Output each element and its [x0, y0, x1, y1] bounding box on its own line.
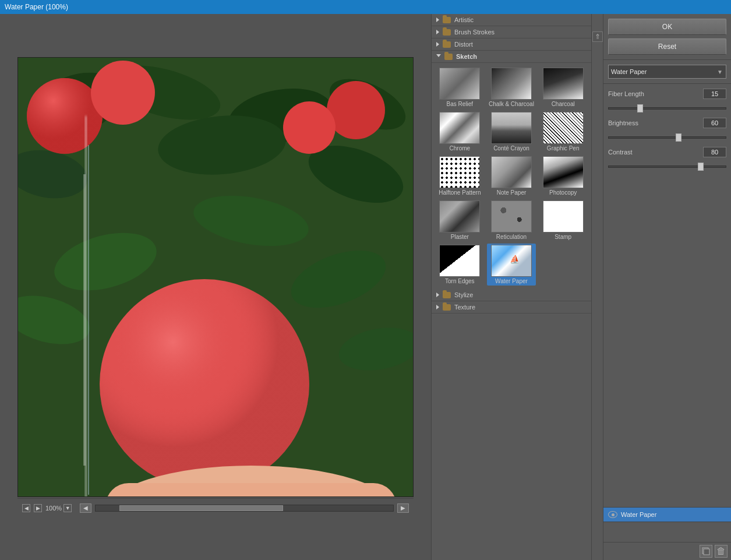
category-brushstrokes[interactable]: Brush Strokes — [432, 26, 591, 38]
new-effect-button[interactable] — [700, 545, 712, 558]
label-torn-edges: Torn Edges — [445, 278, 475, 284]
category-artistic[interactable]: Artistic — [432, 14, 591, 26]
visibility-eye-icon[interactable] — [608, 511, 617, 518]
category-sketch[interactable]: Sketch — [432, 51, 591, 63]
filter-water-paper[interactable]: Water Paper — [487, 244, 536, 286]
horizontal-scrollbar[interactable] — [95, 505, 394, 512]
fiber-length-label: Fiber Length — [608, 90, 644, 97]
label-note-paper: Note Paper — [497, 189, 527, 196]
filter-plaster[interactable]: Plaster — [435, 199, 485, 241]
button-area: OK Reset — [603, 14, 731, 60]
filter-graphic-pen[interactable]: Graphic Pen — [538, 111, 588, 153]
label-photocopy: Photocopy — [549, 189, 577, 196]
category-distort-label: Distort — [454, 41, 473, 48]
fiber-length-header: Fiber Length — [608, 89, 726, 99]
contrast-row: Contrast — [608, 147, 726, 169]
svg-point-11 — [327, 81, 385, 139]
label-conte-crayon: Conté Crayon — [493, 145, 529, 152]
filter-panel: Artistic Brush Strokes Distort Sketch Ba… — [431, 14, 591, 560]
brightness-label: Brightness — [608, 119, 638, 126]
fiber-length-row: Fiber Length — [608, 89, 726, 111]
effect-dropdown[interactable]: Water Paper Bas Relief Chalk & Charcoal … — [608, 65, 726, 79]
category-sketch-label: Sketch — [456, 53, 477, 60]
fiber-length-value[interactable] — [703, 89, 726, 99]
category-texture-label: Texture — [454, 304, 475, 311]
category-stylize-label: Stylize — [454, 291, 473, 298]
label-charcoal: Charcoal — [552, 101, 575, 107]
label-chalk-charcoal: Chalk & Charcoal — [489, 101, 534, 107]
category-distort[interactable]: Distort — [432, 38, 591, 51]
label-reticulation: Reticulation — [496, 234, 527, 240]
label-chrome: Chrome — [450, 145, 471, 152]
reset-button[interactable]: Reset — [608, 38, 726, 55]
contrast-value[interactable] — [703, 147, 726, 157]
delete-effect-button[interactable]: 🗑 — [715, 545, 728, 558]
expand-panel-button[interactable]: ⇑ — [592, 31, 603, 42]
filter-halftone-pattern[interactable]: Halftone Pattern — [435, 155, 485, 197]
scroll-right-arrow[interactable]: ▶ — [397, 503, 409, 513]
category-brushstrokes-label: Brush Strokes — [454, 29, 495, 36]
fiber-length-slider[interactable] — [608, 107, 726, 110]
triangle-stylize — [436, 293, 439, 297]
thumb-torn-edges — [439, 245, 480, 277]
thumb-graphic-pen — [543, 112, 584, 144]
filter-thumbnails-grid: Bas Relief Chalk & Charcoal Charcoal Chr… — [432, 63, 591, 289]
filter-chrome[interactable]: Chrome — [435, 111, 485, 153]
brightness-row: Brightness — [608, 118, 726, 140]
triangle-sketch — [436, 54, 441, 59]
filter-torn-edges[interactable]: Torn Edges — [435, 244, 485, 286]
scroll-left-arrow[interactable]: ◀ — [80, 503, 91, 513]
folder-artistic — [443, 17, 451, 23]
ok-button[interactable]: OK — [608, 19, 726, 35]
thumb-stamp — [543, 200, 584, 233]
filter-bas-relief[interactable]: Bas Relief — [435, 66, 485, 108]
fiber-length-track-container — [608, 104, 726, 111]
svg-rect-16 — [105, 483, 397, 496]
svg-rect-23 — [88, 145, 89, 495]
filter-note-paper[interactable]: Note Paper — [487, 155, 536, 197]
label-stamp: Stamp — [555, 234, 571, 240]
label-plaster: Plaster — [451, 234, 469, 240]
page-nav-left: ◀ — [22, 504, 30, 512]
triangle-distort — [436, 42, 439, 47]
brightness-slider[interactable] — [608, 136, 726, 139]
triangle-brushstrokes — [436, 30, 439, 34]
filter-conte-crayon[interactable]: Conté Crayon — [487, 111, 536, 153]
settings-panel: OK Reset Water Paper Bas Relief Chalk & … — [603, 14, 731, 560]
folder-sketch — [444, 54, 453, 60]
thumb-chrome — [439, 112, 480, 144]
svg-point-14 — [100, 279, 309, 489]
folder-texture — [443, 304, 451, 311]
triangle-texture — [436, 305, 439, 309]
filter-stamp[interactable]: Stamp — [538, 199, 588, 241]
thumb-reticulation — [491, 200, 532, 233]
filter-reticulation[interactable]: Reticulation — [487, 199, 536, 241]
thumb-plaster — [439, 200, 480, 233]
folder-brushstrokes — [443, 29, 451, 36]
filter-chalk-charcoal[interactable]: Chalk & Charcoal — [487, 66, 536, 108]
contrast-slider[interactable] — [608, 165, 726, 168]
effect-layer-water-paper[interactable]: Water Paper — [603, 508, 731, 522]
thumb-halftone-pattern — [439, 156, 480, 188]
svg-rect-24 — [83, 174, 86, 466]
category-stylize[interactable]: Stylize — [432, 289, 591, 301]
svg-rect-27 — [704, 549, 709, 555]
title-bar: Water Paper (100%) — [0, 0, 731, 14]
label-halftone-pattern: Halftone Pattern — [439, 189, 481, 196]
title-text: Water Paper (100%) — [5, 3, 68, 11]
effect-layer-name: Water Paper — [621, 511, 726, 518]
category-texture[interactable]: Texture — [432, 301, 591, 314]
thumb-bas-relief — [439, 68, 480, 100]
thumb-chalk-charcoal — [491, 68, 532, 100]
zoom-dropdown[interactable]: ▼ — [63, 504, 72, 512]
canvas-container — [17, 57, 414, 497]
filter-photocopy[interactable]: Photocopy — [538, 155, 588, 197]
canvas-image — [18, 58, 413, 496]
page-nav-right: ▶ — [34, 504, 42, 512]
svg-point-12 — [283, 101, 336, 154]
effect-dropdown-wrapper: Water Paper Bas Relief Chalk & Charcoal … — [608, 65, 726, 79]
brightness-track-container — [608, 133, 726, 140]
brightness-value[interactable] — [703, 118, 726, 128]
folder-stylize — [443, 292, 451, 298]
filter-charcoal[interactable]: Charcoal — [538, 66, 588, 108]
